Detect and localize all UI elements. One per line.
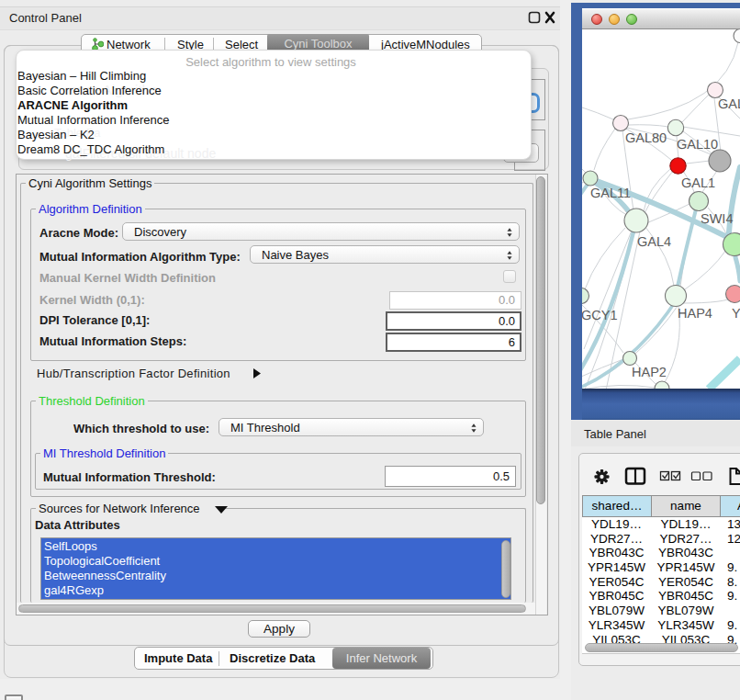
svg-text:GAL1: GAL1 bbox=[681, 176, 715, 191]
svg-text:SWI4: SWI4 bbox=[701, 212, 733, 227]
svg-text:HAP4: HAP4 bbox=[678, 307, 712, 322]
svg-text:GAL11: GAL11 bbox=[590, 186, 631, 201]
svg-text:GCY1: GCY1 bbox=[582, 309, 618, 323]
svg-text:HAP2: HAP2 bbox=[632, 366, 667, 380]
svg-text:GAL80: GAL80 bbox=[625, 131, 667, 146]
svg-text:GAL4: GAL4 bbox=[637, 235, 671, 250]
svg-text:GAL7: GAL7 bbox=[718, 97, 740, 112]
svg-text:YM: YM bbox=[732, 307, 740, 322]
svg-text:GAL10: GAL10 bbox=[677, 138, 718, 152]
